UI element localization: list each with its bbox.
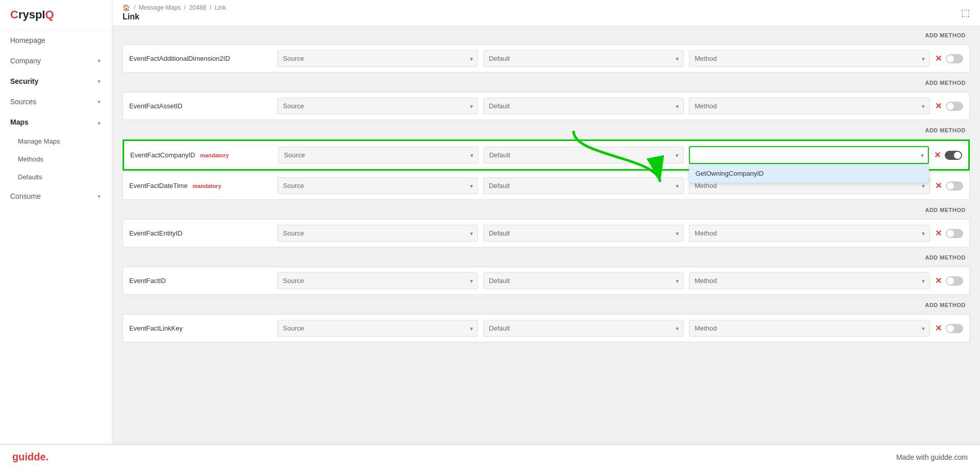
field-row-entity: EventFactEntityID Source ▼ Default ▼ [123, 219, 970, 247]
method-wrapper-2: getow ▼ GetOwningCompanyID [689, 146, 929, 164]
field-name-factid: EventFactID [129, 277, 272, 285]
row-actions-4: ✕ [935, 229, 963, 238]
source-select-3[interactable]: Source [277, 177, 478, 194]
source-select-2[interactable]: Source [278, 147, 479, 163]
method-select-6[interactable]: Method [689, 320, 930, 337]
default-select-4[interactable]: Default [483, 225, 684, 242]
method-select-5[interactable]: Method [689, 272, 930, 289]
sidebar-item-consume[interactable]: Consume ▼ [0, 186, 112, 206]
delete-button-2[interactable]: ✕ [934, 151, 941, 159]
source-select-wrapper-6: Source ▼ [277, 320, 478, 337]
method-select-0[interactable]: Method [689, 50, 930, 67]
source-select-0[interactable]: Source [277, 50, 478, 67]
toggle-switch-4[interactable] [946, 229, 963, 238]
app-logo: CryspIQ [10, 8, 102, 21]
breadcrumb-20488[interactable]: 20488 [189, 4, 206, 11]
toggle-switch-3[interactable] [946, 181, 963, 191]
method-select-4[interactable]: Method [689, 225, 930, 242]
sidebar-item-security[interactable]: Security ▼ [0, 71, 112, 91]
header: 🏠 / Message-Maps / 20488 / Link Link ⬚ [112, 0, 980, 26]
add-method-button-3[interactable]: ADD METHOD [921, 205, 970, 215]
add-method-button-2[interactable]: ADD METHOD [921, 125, 970, 135]
chevron-up-icon: ▲ [97, 120, 102, 125]
sidebar-item-maps[interactable]: Maps ▲ [0, 112, 112, 132]
toggle-switch-2[interactable] [945, 151, 962, 160]
row-actions-3: ✕ [935, 181, 963, 191]
field-name-company: EventFactCompanyID mandatory [130, 151, 273, 159]
source-select-5[interactable]: Source [277, 272, 478, 289]
logout-icon[interactable]: ⬚ [961, 7, 970, 18]
source-select-4[interactable]: Source [277, 225, 478, 242]
method-wrapper-4: Method ▼ [689, 225, 930, 242]
sidebar-item-sources[interactable]: Sources ▼ [0, 91, 112, 112]
default-select-0[interactable]: Default [483, 50, 684, 67]
method-select-1[interactable]: Method [689, 98, 930, 114]
sidebar-item-methods[interactable]: Methods [0, 150, 112, 168]
add-method-button-1[interactable]: ADD METHOD [921, 78, 970, 88]
default-select-6[interactable]: Default [483, 320, 684, 337]
add-method-bar-2: ADD METHOD [123, 121, 970, 139]
chevron-down-icon: ▼ [97, 194, 102, 199]
field-row-linkkey: EventFactLinkKey Source ▼ Default ▼ [123, 314, 970, 342]
source-select-wrapper-1: Source ▼ [277, 98, 478, 114]
source-select-1[interactable]: Source [277, 98, 478, 114]
add-method-bar-1: ADD METHOD [123, 74, 970, 92]
content-area: ADD METHOD EventFactAdditionalDimension2… [112, 26, 980, 444]
method-wrapper-0: Method ▼ [689, 50, 930, 67]
default-select-5[interactable]: Default [483, 272, 684, 289]
sidebar: CryspIQ Homepage Company ▼ Security ▼ So… [0, 0, 112, 444]
source-select-wrapper-5: Source ▼ [277, 272, 478, 289]
source-select-wrapper-4: Source ▼ [277, 225, 478, 242]
default-select-wrapper-3: Default ▼ [483, 177, 684, 194]
method-dropdown-item-getowning[interactable]: GetOwningCompanyID [689, 165, 928, 182]
add-method-button-4[interactable]: ADD METHOD [921, 252, 970, 263]
toggle-switch-5[interactable] [946, 276, 963, 286]
default-select-3[interactable]: Default [483, 177, 684, 194]
chevron-down-icon: ▼ [97, 99, 102, 105]
field-name-linkkey: EventFactLinkKey [129, 324, 272, 332]
sidebar-item-defaults[interactable]: Defaults [0, 168, 112, 186]
row-actions-1: ✕ [935, 102, 963, 111]
sidebar-item-homepage[interactable]: Homepage [0, 30, 112, 51]
source-select-wrapper-3: Source ▼ [277, 177, 478, 194]
logo-area: CryspIQ [0, 0, 112, 30]
breadcrumb-message-maps[interactable]: Message-Maps [139, 4, 181, 11]
field-name-datetime: EventFactDateTime mandatory [129, 182, 272, 190]
toggle-switch-0[interactable] [946, 54, 963, 63]
default-select-wrapper-2: Default ▼ [484, 147, 684, 163]
row-actions-6: ✕ [935, 324, 963, 333]
add-method-button-top[interactable]: ADD METHOD [921, 30, 970, 40]
delete-button-1[interactable]: ✕ [935, 102, 942, 110]
sidebar-item-manage-maps[interactable]: Manage Maps [0, 132, 112, 150]
method-wrapper-6: Method ▼ [689, 320, 930, 337]
mandatory-label-company: mandatory [200, 152, 229, 158]
add-method-bar-4: ADD METHOD [123, 248, 970, 267]
default-select-wrapper-6: Default ▼ [483, 320, 684, 337]
default-select-wrapper-5: Default ▼ [483, 272, 684, 289]
footer-logo: guidde. [12, 451, 49, 463]
chevron-down-icon: ▼ [97, 58, 102, 64]
source-select-wrapper-2: Source ▼ [278, 147, 479, 163]
main-content: 🏠 / Message-Maps / 20488 / Link Link ⬚ A… [112, 0, 980, 444]
source-select-6[interactable]: Source [277, 320, 478, 337]
field-row-asset: EventFactAssetID Source ▼ Default ▼ [123, 92, 970, 120]
source-select-wrapper-0: Source ▼ [277, 50, 478, 67]
default-select-wrapper-1: Default ▼ [483, 98, 684, 114]
add-method-bar-3: ADD METHOD [123, 201, 970, 219]
toggle-switch-1[interactable] [946, 102, 963, 111]
delete-button-4[interactable]: ✕ [935, 229, 942, 238]
delete-button-6[interactable]: ✕ [935, 324, 942, 333]
toggle-switch-6[interactable] [946, 324, 963, 333]
delete-button-0[interactable]: ✕ [935, 55, 942, 63]
sidebar-item-company[interactable]: Company ▼ [0, 51, 112, 71]
method-wrapper-1: Method ▼ [689, 98, 930, 114]
delete-button-5[interactable]: ✕ [935, 277, 942, 285]
delete-button-3[interactable]: ✕ [935, 182, 942, 190]
footer: guidde. Made with guidde.com [0, 444, 980, 469]
default-select-1[interactable]: Default [483, 98, 684, 114]
method-input-company[interactable]: getow [689, 146, 929, 164]
default-select-2[interactable]: Default [484, 147, 684, 163]
header-left: 🏠 / Message-Maps / 20488 / Link Link [123, 4, 226, 21]
field-row-company: EventFactCompanyID mandatory Source ▼ De… [123, 139, 970, 171]
add-method-button-5[interactable]: ADD METHOD [921, 300, 970, 310]
